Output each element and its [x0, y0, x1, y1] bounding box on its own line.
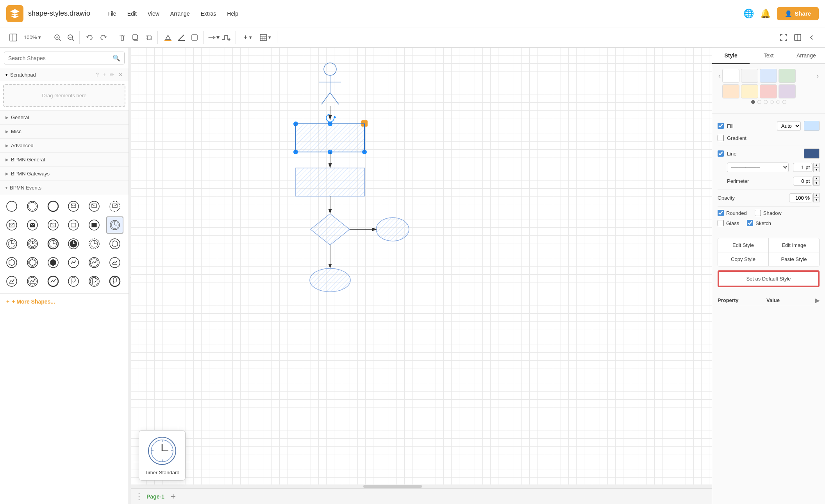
bpmn-shape-28[interactable] — [65, 273, 82, 290]
scroll-thumb[interactable] — [363, 485, 422, 488]
bpmn-shape-21[interactable] — [45, 254, 62, 271]
shape-style-btn[interactable] — [188, 31, 201, 44]
menu-view[interactable]: View — [143, 8, 164, 19]
split-view-btn[interactable] — [791, 31, 804, 44]
tab-text[interactable]: Text — [750, 48, 787, 63]
opacity-up[interactable]: ▲ — [813, 193, 820, 198]
zoom-dropdown[interactable]: 100% ▾ — [20, 32, 45, 42]
copy-style-button[interactable]: Copy Style — [718, 252, 768, 266]
scratchpad-add-icon[interactable]: + — [103, 71, 106, 78]
opacity-input[interactable] — [789, 193, 812, 202]
table-dropdown[interactable]: ▾ — [256, 32, 275, 43]
bpmn-shape-29[interactable] — [86, 273, 103, 290]
section-advanced-header[interactable]: ▶ Advanced — [0, 139, 129, 152]
line-width-input[interactable] — [793, 163, 812, 172]
glass-checkbox[interactable] — [718, 220, 724, 226]
bpmn-shape-1[interactable] — [3, 198, 20, 215]
bpmn-shape-26[interactable] — [24, 273, 41, 290]
bpmn-shape-20[interactable] — [24, 254, 41, 271]
edit-style-button[interactable]: Edit Style — [718, 238, 768, 252]
color-swatch-lightgray[interactable] — [741, 69, 758, 83]
bpmn-shape-16[interactable] — [65, 235, 82, 252]
bpmn-shape-8[interactable] — [24, 216, 41, 234]
bpmn-shape-6[interactable] — [106, 198, 123, 215]
swatches-prev-btn[interactable]: ‹ — [717, 72, 722, 80]
search-icon[interactable]: 🔍 — [112, 54, 120, 62]
connector-btn[interactable]: ▾ — [207, 31, 220, 44]
delete-btn[interactable] — [116, 31, 129, 44]
scratchpad-close-icon[interactable]: ✕ — [118, 71, 123, 78]
line-color-btn[interactable] — [175, 31, 188, 44]
bpmn-shape-7[interactable] — [3, 216, 20, 234]
globe-icon[interactable]: 🌐 — [743, 9, 754, 19]
color-swatch-lavender[interactable] — [779, 84, 796, 98]
bpmn-shape-27[interactable] — [45, 273, 62, 290]
bpmn-shape-24[interactable] — [106, 254, 123, 271]
panel-toggle-btn[interactable] — [7, 31, 20, 44]
swatch-dot-1[interactable] — [751, 100, 755, 104]
fill-dropdown[interactable]: Auto — [777, 121, 801, 131]
swatch-dot-2[interactable] — [757, 100, 761, 104]
bpmn-shape-13[interactable] — [3, 235, 20, 252]
menu-help[interactable]: Help — [222, 8, 243, 19]
color-swatch-white[interactable] — [722, 69, 739, 83]
section-bpmn-gateways-header[interactable]: ▶ BPMN Gateways — [0, 167, 129, 181]
bpmn-shape-15[interactable] — [45, 235, 62, 252]
search-shapes-bar[interactable]: 🔍 — [4, 52, 125, 64]
swatch-dot-6[interactable] — [782, 100, 786, 104]
menu-file[interactable]: File — [103, 8, 121, 19]
scratchpad-help-icon[interactable]: ? — [96, 71, 99, 78]
perimeter-up[interactable]: ▲ — [813, 176, 820, 181]
scratchpad-edit-icon[interactable]: ✏ — [110, 71, 114, 78]
tab-arrange[interactable]: Arrange — [788, 48, 825, 63]
edit-image-button[interactable]: Edit Image — [769, 238, 819, 252]
add-property-icon[interactable]: ▶ — [815, 297, 820, 304]
bpmn-shape-3[interactable] — [45, 198, 62, 215]
move-to-front-btn[interactable] — [143, 31, 155, 44]
bpmn-shape-11[interactable] — [86, 216, 103, 234]
color-swatch-lightblue[interactable] — [760, 69, 777, 83]
menu-extras[interactable]: Extras — [196, 8, 221, 19]
shadow-checkbox[interactable] — [755, 210, 761, 216]
bell-icon[interactable]: 🔔 — [760, 9, 771, 19]
fill-color-btn[interactable] — [162, 31, 174, 44]
swatch-dot-5[interactable] — [776, 100, 780, 104]
fill-checkbox[interactable] — [718, 123, 724, 129]
sketch-checkbox[interactable] — [747, 220, 753, 226]
more-shapes-button[interactable]: + + More Shapes... — [0, 293, 129, 309]
scratchpad-drop-zone[interactable]: Drag elements here — [3, 84, 125, 107]
rounded-checkbox[interactable] — [718, 210, 724, 216]
copy-btn[interactable] — [129, 31, 142, 44]
bpmn-shape-23[interactable] — [86, 254, 103, 271]
bpmn-shape-22[interactable] — [65, 254, 82, 271]
swatch-dot-4[interactable] — [770, 100, 774, 104]
bpmn-shape-30[interactable] — [106, 273, 123, 290]
bpmn-shape-2[interactable] — [24, 198, 41, 215]
fit-screen-btn[interactable] — [777, 31, 790, 44]
tab-style[interactable]: Style — [712, 48, 750, 64]
add-shape-dropdown[interactable]: + ▾ — [240, 31, 255, 43]
section-bpmn-events-header[interactable]: ▾ BPMN Events — [0, 181, 129, 195]
bpmn-shape-9[interactable] — [45, 216, 62, 234]
diagram-canvas[interactable] — [209, 59, 502, 313]
bpmn-shape-25[interactable] — [3, 273, 20, 290]
horizontal-scrollbar[interactable] — [131, 484, 712, 488]
bpmn-shape-10[interactable] — [65, 216, 82, 234]
bpmn-shape-18[interactable] — [106, 235, 123, 252]
zoom-out-btn[interactable] — [64, 31, 77, 44]
gradient-checkbox[interactable] — [718, 135, 724, 141]
add-page-button[interactable]: + — [171, 491, 176, 502]
fill-color-picker[interactable] — [804, 121, 820, 131]
line-width-up[interactable]: ▲ — [813, 163, 820, 168]
bpmn-shape-17[interactable] — [86, 235, 103, 252]
line-color-picker[interactable] — [804, 148, 820, 159]
line-checkbox[interactable] — [718, 150, 724, 157]
search-input[interactable] — [8, 55, 112, 61]
perimeter-down[interactable]: ▼ — [813, 181, 820, 186]
menu-edit[interactable]: Edit — [123, 8, 141, 19]
swatches-next-btn[interactable]: › — [815, 72, 820, 80]
paste-style-button[interactable]: Paste Style — [769, 252, 819, 266]
section-misc-header[interactable]: ▶ Misc — [0, 125, 129, 138]
bpmn-shape-5[interactable] — [86, 198, 103, 215]
perimeter-input[interactable] — [793, 177, 812, 186]
